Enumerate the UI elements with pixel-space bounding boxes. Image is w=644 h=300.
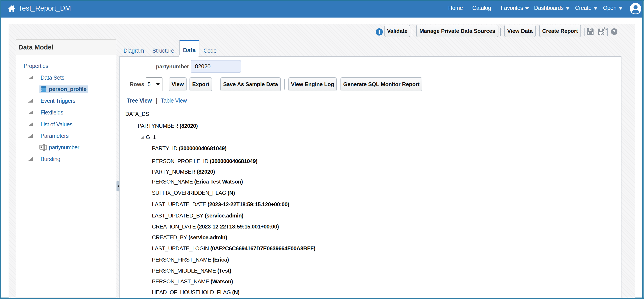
svg-text:?: ? — [613, 29, 616, 34]
